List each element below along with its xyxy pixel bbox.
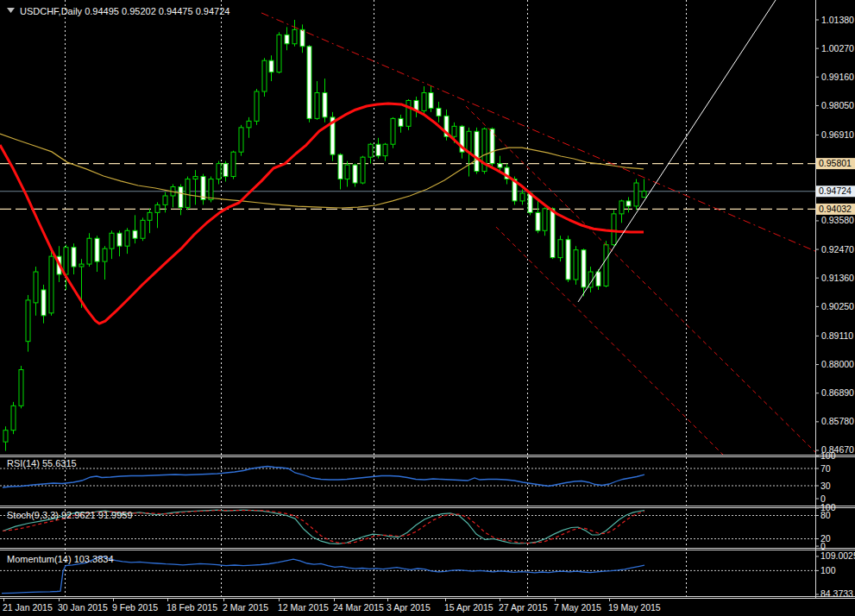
price-axis-label: 0.91360	[821, 273, 854, 283]
candle-body	[422, 93, 426, 111]
chart-canvas[interactable]: 1007030010080200109.002510084.37331.0138…	[0, 0, 855, 616]
candle-body	[19, 370, 23, 406]
candle-body	[300, 29, 305, 46]
stochastic-axis-label: 80	[820, 510, 831, 520]
candle-body	[95, 238, 99, 261]
candle-body	[193, 177, 198, 179]
candle-body	[399, 118, 403, 126]
candle-body	[429, 93, 433, 109]
candle-body	[141, 220, 145, 238]
candle-body	[604, 245, 608, 286]
candle-body	[26, 300, 30, 342]
candle-body	[217, 164, 221, 179]
candle-body	[361, 157, 365, 183]
candle-body	[49, 256, 53, 313]
candle-body	[642, 192, 646, 198]
candle-body	[368, 144, 373, 157]
candle-body	[437, 108, 441, 116]
price-badge-label: 0.95801	[819, 158, 852, 168]
price-axis-label: 0.89110	[821, 330, 853, 341]
price-axis-label: 0.90250	[821, 301, 854, 311]
candle-body	[185, 179, 190, 208]
candle-body	[452, 126, 456, 136]
candle-body	[117, 233, 122, 246]
generated-chart-layers: 1007030010080200109.002510084.37331.0138…	[0, 0, 855, 616]
candle-body	[231, 152, 236, 176]
candle-body	[110, 233, 114, 248]
momentum-axis-label: 84.3733	[820, 588, 853, 599]
momentum-axis-label: 109.0025	[820, 550, 855, 561]
momentum-indicator-label: Momentum(14) 103.3834	[7, 554, 114, 564]
candle-body	[315, 93, 319, 119]
candle-body	[626, 201, 631, 206]
chart-background	[0, 0, 855, 616]
candle-body	[34, 272, 38, 303]
candle-body	[536, 212, 540, 230]
candle-body	[475, 131, 479, 171]
price-axis-label: 0.99160	[821, 72, 854, 82]
candle-body	[558, 240, 563, 258]
candle-body	[285, 35, 289, 43]
price-axis-label: 0.92470	[821, 244, 854, 255]
candle-body	[239, 128, 243, 152]
rsi-axis-label: 70	[820, 463, 831, 474]
candle-body	[11, 405, 16, 430]
time-axis-label: 15 Apr 2015	[444, 602, 494, 613]
candle-body	[307, 47, 311, 119]
candle-body	[498, 164, 502, 167]
candle-body	[148, 212, 152, 220]
price-axis-label: 0.98050	[821, 100, 854, 110]
candle-body	[323, 93, 327, 117]
time-axis-label: 30 Jan 2015	[58, 602, 108, 613]
price-axis-label: 1.00270	[821, 43, 854, 53]
candle-body	[103, 248, 107, 261]
candle-body	[133, 230, 137, 238]
candle-body	[125, 230, 129, 246]
time-axis-label: 2 Mar 2015	[223, 602, 268, 613]
candle-body	[376, 144, 380, 155]
stochastic-axis-label: 0	[820, 541, 826, 551]
candle-body	[262, 60, 267, 91]
candle-body	[543, 209, 547, 230]
candle-body	[574, 250, 578, 280]
symbol-ohlc-label: USDCHF,Daily 0.94495 0.95202 0.94475 0.9…	[20, 6, 229, 16]
price-axis-label: 0.86890	[821, 387, 854, 398]
candle-body	[163, 196, 167, 204]
price-axis-label: 0.85780	[821, 416, 854, 426]
candle-body	[79, 264, 84, 267]
candle-body	[201, 177, 205, 200]
candle-body	[209, 179, 213, 200]
candle-body	[292, 29, 297, 43]
price-badge-label: 0.94032	[819, 204, 852, 214]
candle-body	[353, 165, 357, 183]
candle-body	[383, 144, 387, 155]
candle-body	[155, 204, 160, 212]
candle-body	[619, 201, 624, 214]
candle-body	[223, 164, 228, 177]
momentum-axis-label: 100	[820, 565, 836, 575]
time-axis-label: 3 Apr 2015	[387, 602, 431, 613]
time-axis-label: 19 May 2015	[608, 602, 661, 613]
candle-body	[550, 209, 555, 258]
price-axis-label: 0.96910	[821, 129, 854, 140]
time-axis-label: 7 May 2015	[554, 602, 601, 613]
candle-body	[41, 290, 46, 316]
stochastic-indicator-label: Stoch(9,3,3) 92.9621 91.9959	[7, 510, 133, 520]
candle-body	[406, 100, 411, 126]
time-axis-label: 12 Mar 2015	[278, 602, 329, 613]
time-axis-label: 24 Mar 2015	[333, 602, 384, 613]
candle-body	[634, 183, 638, 206]
time-axis-label: 21 Jan 2015	[3, 602, 53, 613]
price-axis-label: 1.01380	[821, 15, 854, 25]
candle-body	[612, 214, 616, 245]
candle-body	[179, 187, 183, 208]
candle-body	[64, 248, 68, 274]
candle-body	[72, 248, 76, 267]
candle-body	[391, 118, 395, 144]
candle-body	[520, 193, 525, 201]
candle-body	[87, 238, 91, 264]
price-axis-label: 0.88000	[821, 359, 854, 369]
price-axis-label: 0.84670	[821, 444, 854, 455]
candle-body	[566, 240, 570, 280]
time-axis-label: 18 Feb 2015	[167, 602, 217, 613]
